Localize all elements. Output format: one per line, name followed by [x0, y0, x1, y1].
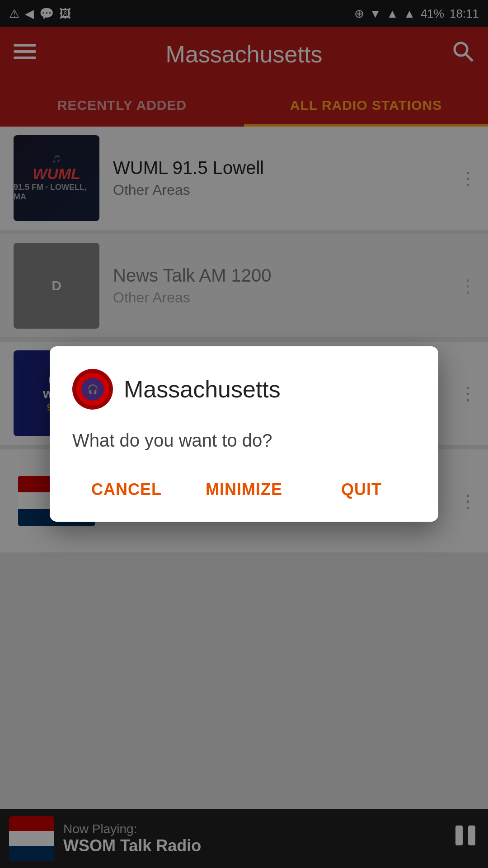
dialog-overlay: 🎧 Massachusetts What do you want to do? … — [0, 0, 488, 868]
dialog-title: Massachusetts — [124, 376, 281, 403]
dialog-message: What do you want to do? — [72, 428, 416, 453]
dialog-icon: 🎧 — [72, 369, 113, 410]
cancel-button[interactable]: CANCEL — [72, 476, 181, 504]
minimize-button[interactable]: MINIMIZE — [190, 476, 298, 504]
dialog: 🎧 Massachusetts What do you want to do? … — [50, 346, 438, 522]
quit-button[interactable]: QUIT — [307, 476, 416, 504]
svg-text:🎧: 🎧 — [87, 384, 99, 395]
dialog-header: 🎧 Massachusetts — [72, 369, 416, 410]
dialog-actions: CANCEL MINIMIZE QUIT — [72, 476, 416, 504]
